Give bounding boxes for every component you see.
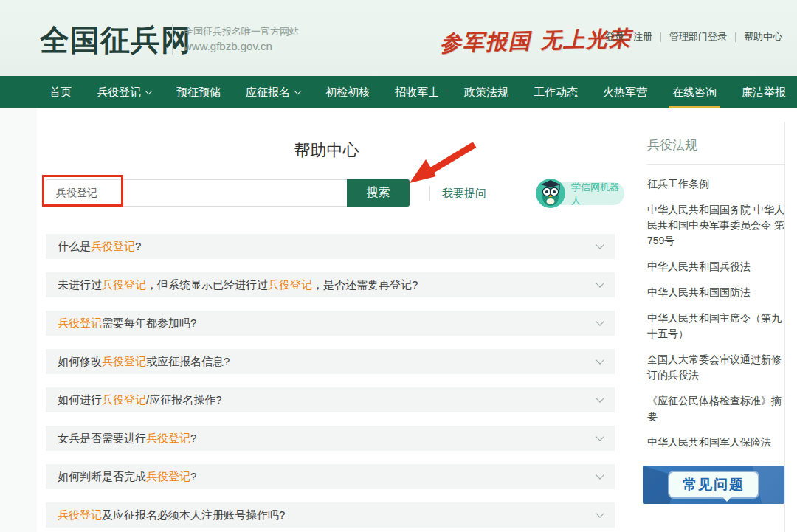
faq-question: 如何修改兵役登记或应征报名信息? (58, 355, 230, 369)
law-list: 征兵工作条例中华人民共和国国务院 中华人民共和国中央军事委员会令 第759号中华… (647, 165, 784, 450)
faq-item-7[interactable]: 兵役登记及应征报名必须本人注册账号操作吗? (46, 502, 615, 528)
faq-item-0[interactable]: 什么是兵役登记? (46, 234, 615, 259)
tagline-block: 全国征兵报名唯一官方网站 www.gfbzb.gov.cn (184, 24, 299, 55)
faq-highlight-term: 兵役登记 (91, 240, 135, 252)
chevron-down-icon (596, 471, 604, 479)
page-title: 帮助中心 (37, 139, 616, 162)
logo-divider (172, 24, 173, 55)
faq-highlight-term: 兵役登记 (58, 317, 102, 329)
chevron-down-icon (596, 432, 604, 441)
law-link-2[interactable]: 中华人民共和国兵役法 (647, 259, 784, 274)
nav-item-label: 兵役登记 (97, 86, 141, 100)
faq-item-5[interactable]: 女兵是否需要进行兵役登记? (46, 426, 615, 451)
law-link-0[interactable]: 征兵工作条例 (647, 176, 784, 192)
faq-item-2[interactable]: 兵役登记需要每年都参加吗? (46, 311, 615, 336)
header-links: 登录注册管理部门登录帮助中心 (601, 30, 787, 44)
faq-text: 如何进行 (58, 393, 102, 406)
site-header: 全国征兵网 全国征兵报名唯一官方网站 www.gfbzb.gov.cn 参军报国… (0, 0, 797, 76)
faq-text: ，是否还需要再登记? (312, 278, 418, 291)
sidebar: 兵役法规 征兵工作条例中华人民共和国国务院 中华人民共和国中央军事委员会令 第7… (647, 122, 784, 504)
nav-item-label: 政策法规 (464, 86, 508, 100)
faq-highlight-term: 兵役登记 (146, 432, 190, 444)
law-link-6[interactable]: 《应征公民体格检查标准》摘要 (647, 393, 784, 424)
law-link-3[interactable]: 中华人民共和国国防法 (647, 285, 784, 300)
header-link-3[interactable]: 帮助中心 (739, 30, 787, 44)
page: 全国征兵网 全国征兵报名唯一官方网站 www.gfbzb.gov.cn 参军报国… (0, 0, 797, 532)
faq-text: ，但系统显示已经进行过 (146, 278, 268, 291)
faq-question: 未进行过兵役登记，但系统显示已经进行过兵役登记，是否还需要再登记? (58, 278, 418, 292)
chevron-down-icon (596, 509, 604, 517)
nav-item-label: 工作动态 (534, 86, 578, 100)
nav-item-7[interactable]: 工作动态 (521, 76, 590, 108)
main-nav: 首页兵役登记预征预储应征报名初检初核招收军士政策法规工作动态火热军营在线咨询廉洁… (0, 76, 797, 108)
faq-item-6[interactable]: 如何判断是否完成兵役登记? (46, 464, 615, 489)
chevron-down-icon (596, 279, 604, 287)
faq-text: 或应征报名信息? (146, 355, 230, 367)
common-questions-banner[interactable]: 常见问题 (643, 466, 784, 504)
nav-item-label: 招收军士 (395, 86, 439, 100)
site-logo[interactable]: 全国征兵网 (40, 20, 191, 61)
faq-text: 如何修改 (58, 355, 102, 367)
faq-text: 需要每年都参加吗? (102, 317, 196, 329)
chevron-down-icon (596, 241, 604, 249)
faq-highlight-term: 兵役登记 (102, 393, 146, 406)
faq-question: 什么是兵役登记? (58, 240, 141, 254)
nav-item-0[interactable]: 首页 (37, 76, 84, 108)
banner-bubble-label: 常见问题 (669, 472, 758, 497)
ask-question-link[interactable]: 我要提问 (442, 187, 486, 201)
nav-item-8[interactable]: 火热军营 (590, 76, 660, 108)
faq-question: 兵役登记及应征报名必须本人注册账号操作吗? (58, 508, 285, 522)
header-link-0[interactable]: 登录 (601, 30, 629, 44)
nav-item-label: 首页 (49, 86, 72, 100)
faq-question: 兵役登记需要每年都参加吗? (58, 317, 196, 331)
nav-item-10[interactable]: 廉洁举报 (729, 76, 797, 108)
site-tagline: 全国征兵报名唯一官方网站 (184, 24, 299, 38)
search-input[interactable] (46, 179, 347, 207)
faq-list: 什么是兵役登记?未进行过兵役登记，但系统显示已经进行过兵役登记，是否还需要再登记… (46, 234, 615, 532)
nav-item-label: 应征报名 (246, 86, 290, 100)
nav-item-3[interactable]: 应征报名 (233, 76, 313, 108)
sidebar-title: 兵役法规 (647, 122, 784, 165)
faq-text: ? (190, 470, 196, 483)
law-link-7[interactable]: 中华人民共和国军人保险法 (647, 435, 784, 450)
law-link-4[interactable]: 中华人民共和国主席令（第九十五号） (647, 311, 784, 342)
faq-highlight-term: 兵役登记 (58, 508, 102, 521)
faq-question: 如何进行兵役登记/应征报名操作? (58, 393, 222, 407)
faq-text: 及应征报名必须本人注册账号操作吗? (102, 508, 285, 521)
faq-text: /应征报名操作? (146, 393, 222, 406)
site-url: www.gfbzb.gov.cn (184, 38, 299, 55)
nav-item-4[interactable]: 初检初核 (313, 76, 382, 108)
faq-text: 如何判断是否完成 (58, 470, 146, 483)
search-row: 搜索 我要提问 学信网机器人 (46, 177, 616, 211)
nav-item-label: 在线咨询 (672, 86, 717, 100)
nav-item-2[interactable]: 预征预储 (164, 76, 233, 108)
faq-highlight-term: 兵役登记 (268, 278, 312, 291)
ask-divider (429, 186, 430, 201)
chevron-down-icon (596, 394, 604, 402)
faq-item-1[interactable]: 未进行过兵役登记，但系统显示已经进行过兵役登记，是否还需要再登记? (46, 272, 615, 297)
faq-text: ? (135, 240, 141, 252)
law-link-5[interactable]: 全国人大常委会审议通过新修订的兵役法 (647, 352, 784, 383)
faq-item-3[interactable]: 如何修改兵役登记或应征报名信息? (46, 349, 615, 374)
nav-item-6[interactable]: 政策法规 (452, 76, 521, 108)
header-link-divider (735, 32, 736, 42)
faq-text: ? (190, 432, 196, 444)
nav-item-5[interactable]: 招收军士 (382, 76, 452, 108)
search-button[interactable]: 搜索 (347, 179, 410, 207)
faq-item-4[interactable]: 如何进行兵役登记/应征报名操作? (46, 387, 615, 412)
faq-text: 什么是 (58, 240, 91, 252)
header-link-1[interactable]: 注册 (629, 30, 657, 44)
nav-item-9[interactable]: 在线咨询 (660, 76, 729, 108)
faq-highlight-term: 兵役登记 (102, 355, 146, 367)
nav-item-label: 廉洁举报 (742, 86, 786, 100)
header-link-2[interactable]: 管理部门登录 (665, 30, 731, 44)
nav-item-1[interactable]: 兵役登记 (84, 76, 164, 108)
nav-item-label: 预征预储 (176, 86, 221, 100)
law-link-1[interactable]: 中华人民共和国国务院 中华人民共和国中央军事委员会令 第759号 (647, 202, 784, 249)
chevron-down-icon (294, 87, 302, 94)
faq-highlight-term: 兵役登记 (146, 470, 190, 483)
faq-text: 女兵是否需要进行 (58, 432, 146, 444)
chevron-down-icon (596, 317, 604, 325)
header-link-divider (660, 32, 661, 42)
faq-question: 如何判断是否完成兵役登记? (58, 470, 196, 484)
